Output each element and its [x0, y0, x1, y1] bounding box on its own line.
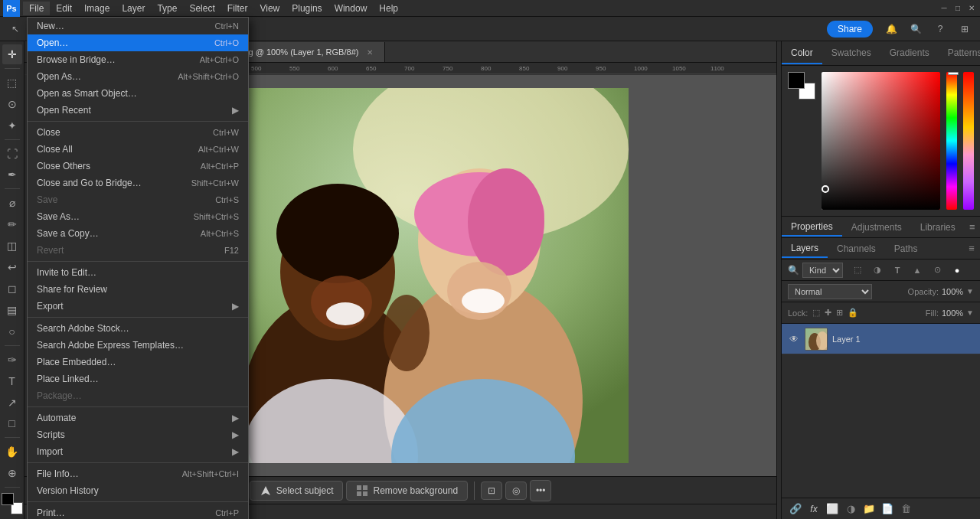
more-btn[interactable]: •••: [530, 480, 551, 501]
opacity-value[interactable]: 100%: [942, 287, 963, 296]
fx-btn[interactable]: fx: [806, 501, 822, 517]
menu-item-browse-bridge[interactable]: Browse in Bridge… Alt+Ctrl+O: [28, 51, 248, 68]
menu-item-close-others[interactable]: Close Others Alt+Ctrl+P: [28, 158, 248, 175]
menu-item-search-stock[interactable]: Search Adobe Stock…: [28, 320, 248, 337]
pen-tool[interactable]: ✑: [2, 350, 22, 370]
menu-filter[interactable]: Filter: [221, 2, 254, 15]
help-btn[interactable]: ?: [931, 20, 949, 38]
selection-tool[interactable]: ⬚: [2, 73, 22, 93]
menu-item-open-as[interactable]: Open As… Alt+Shift+Ctrl+O: [28, 68, 248, 85]
menu-plugins[interactable]: Plugins: [286, 2, 328, 15]
magic-wand-tool[interactable]: ✦: [2, 116, 22, 135]
menu-item-search-express[interactable]: Search Adobe Express Templates…: [28, 337, 248, 354]
filter-adjust-icon[interactable]: ◑: [869, 262, 886, 279]
eraser-tool[interactable]: ◻: [2, 279, 22, 299]
color-swatch-area[interactable]: [2, 493, 23, 514]
tab-properties[interactable]: Properties: [782, 218, 842, 237]
shape-tool[interactable]: □: [2, 414, 22, 434]
stamp-tool[interactable]: ◫: [2, 236, 22, 256]
filter-shape-icon[interactable]: ▲: [909, 262, 926, 279]
notification-btn[interactable]: 🔔: [882, 20, 900, 38]
menu-help[interactable]: Help: [373, 2, 404, 15]
new-group-btn[interactable]: 📁: [861, 501, 877, 517]
color-gradient-box[interactable]: [822, 72, 940, 210]
menu-layer[interactable]: Layer: [116, 2, 151, 15]
heal-tool[interactable]: ⌀: [2, 193, 22, 213]
crop-tool[interactable]: ⛶: [2, 144, 22, 164]
transform-btn[interactable]: ⊡: [481, 481, 502, 500]
menu-item-import[interactable]: Import ▶: [28, 443, 248, 460]
menu-file[interactable]: File: [23, 2, 50, 15]
layer-visibility-btn[interactable]: 👁: [788, 333, 800, 345]
fill-value[interactable]: 100%: [942, 308, 963, 318]
zoom-tool[interactable]: ⊕: [2, 463, 22, 483]
layer-item-1[interactable]: 👁 Layer 1: [782, 324, 980, 354]
new-adjustment-btn[interactable]: ◑: [843, 501, 858, 517]
refine-btn[interactable]: ◎: [505, 481, 527, 500]
brush-tool[interactable]: ✏: [2, 214, 22, 234]
kind-select[interactable]: Kind: [802, 263, 843, 278]
layers-collapse-btn[interactable]: ≡: [963, 240, 980, 257]
menu-image[interactable]: Image: [78, 2, 116, 15]
tab-swatches[interactable]: Swatches: [822, 43, 880, 64]
opacity-spectrum[interactable]: [963, 72, 974, 210]
menu-item-place-linked[interactable]: Place Linked…: [28, 370, 248, 387]
menu-view[interactable]: View: [253, 2, 286, 15]
menu-item-open-smart[interactable]: Open as Smart Object…: [28, 85, 248, 102]
menu-window[interactable]: Window: [328, 2, 374, 15]
add-mask-btn[interactable]: ⬜: [825, 501, 840, 517]
hand-tool[interactable]: ✋: [2, 442, 22, 462]
menu-item-save-copy[interactable]: Save a Copy… Alt+Ctrl+S: [28, 225, 248, 242]
workspace-btn[interactable]: ⊞: [956, 20, 974, 38]
lock-position-btn[interactable]: ✚: [825, 308, 831, 318]
menu-select[interactable]: Select: [183, 2, 220, 15]
search-btn[interactable]: 🔍: [906, 20, 925, 38]
menu-item-new[interactable]: New… Ctrl+N: [28, 18, 248, 34]
menu-item-share-review[interactable]: Share for Review: [28, 281, 248, 298]
maximize-btn[interactable]: □: [952, 3, 963, 14]
menu-item-open[interactable]: Open… Ctrl+O: [28, 34, 248, 51]
tab-adjustments[interactable]: Adjustments: [842, 219, 911, 236]
filter-toggle[interactable]: ●: [949, 262, 965, 279]
blend-mode-select[interactable]: Normal: [788, 284, 872, 299]
eyedropper-tool[interactable]: ✒: [2, 165, 22, 185]
select-subject-btn[interactable]: Select subject: [250, 481, 344, 501]
menu-item-file-info[interactable]: File Info… Alt+Shift+Ctrl+I: [28, 465, 248, 482]
dodge-tool[interactable]: ○: [2, 322, 22, 341]
menu-item-save-as[interactable]: Save As… Shift+Ctrl+S: [28, 208, 248, 225]
menu-item-close-all[interactable]: Close All Alt+Ctrl+W: [28, 141, 248, 158]
menu-type[interactable]: Type: [151, 2, 183, 15]
lock-artboard-btn[interactable]: ⊞: [836, 308, 843, 318]
menu-item-export[interactable]: Export ▶: [28, 298, 248, 315]
menu-edit[interactable]: Edit: [50, 2, 78, 15]
menu-item-open-recent[interactable]: Open Recent ▶: [28, 102, 248, 119]
delete-layer-btn[interactable]: 🗑: [898, 501, 913, 517]
history-brush-tool[interactable]: ↩: [2, 257, 22, 277]
menu-item-automate[interactable]: Automate ▶: [28, 410, 248, 426]
lasso-tool[interactable]: ⊙: [2, 94, 22, 114]
filter-text-icon[interactable]: T: [889, 262, 906, 279]
path-selection-tool[interactable]: ↗: [2, 393, 22, 413]
menu-item-close-bridge[interactable]: Close and Go to Bridge… Shift+Ctrl+W: [28, 175, 248, 191]
share-button[interactable]: Share: [827, 21, 873, 38]
tab-libraries[interactable]: Libraries: [911, 219, 965, 236]
menu-item-invite[interactable]: Invite to Edit…: [28, 264, 248, 281]
menu-item-print[interactable]: Print… Ctrl+P: [28, 504, 248, 519]
gradient-tool[interactable]: ▤: [2, 300, 22, 320]
color-spectrum[interactable]: [946, 72, 957, 210]
tab-color[interactable]: Color: [782, 43, 822, 64]
text-tool[interactable]: T: [2, 371, 22, 391]
minimize-btn[interactable]: ─: [939, 3, 949, 14]
menu-item-scripts[interactable]: Scripts ▶: [28, 426, 248, 443]
fill-chevron[interactable]: ▼: [966, 308, 974, 317]
new-layer-btn[interactable]: 📄: [880, 501, 895, 517]
remove-background-btn[interactable]: Remove background: [346, 481, 468, 501]
foreground-color-swatch[interactable]: [788, 72, 805, 89]
lock-pixels-btn[interactable]: ⬚: [812, 308, 820, 318]
menu-item-place-embedded[interactable]: Place Embedded…: [28, 354, 248, 370]
properties-collapse-btn[interactable]: ≡: [965, 219, 980, 236]
tab-paths[interactable]: Paths: [885, 240, 927, 257]
tab-channels[interactable]: Channels: [828, 240, 885, 257]
tab-close-2[interactable]: ✕: [364, 47, 375, 57]
move-tool[interactable]: ✛: [2, 44, 22, 64]
